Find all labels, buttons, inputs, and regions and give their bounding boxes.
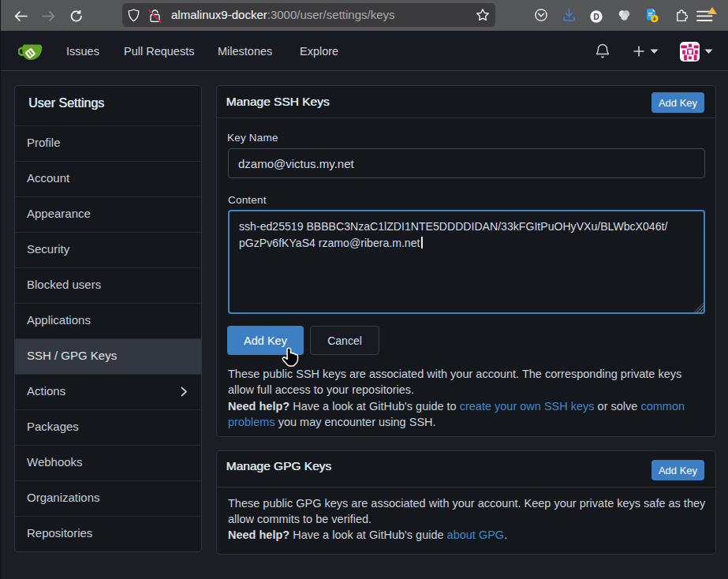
svg-text:D: D (593, 13, 599, 21)
